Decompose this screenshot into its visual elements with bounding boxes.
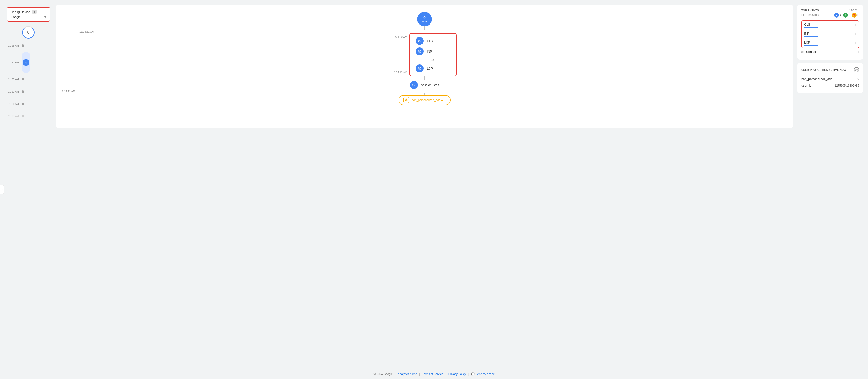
event-cls-bar: [804, 27, 818, 28]
event-duration: 8s: [432, 58, 435, 61]
timestamp-2: 11:24:20 AM: [393, 35, 407, 38]
prop-name-non-personalized: non_personalized_ads: [801, 77, 832, 81]
footer: © 2024 Google | Analytics home | Terms o…: [0, 369, 868, 379]
timestamp-1: 11:24:21 AM: [80, 30, 94, 33]
timeline-entry-1124: 11:24 AM 4: [5, 52, 52, 73]
prop-row-non-personalized: non_personalized_ads 0: [801, 76, 859, 82]
event-cls-left: CLS: [804, 23, 818, 28]
green-flag-icon: ⚑: [843, 13, 848, 18]
event-lcp-name: LCP: [804, 41, 818, 44]
feedback-icon: 💬: [471, 372, 475, 376]
non-personalized-ads-label: non_personalized_ads = ...: [412, 98, 446, 102]
history-icon[interactable]: [854, 67, 859, 72]
timeline-dot-1125: [22, 45, 24, 47]
event-inp-count: 1: [855, 32, 856, 36]
event-lcp-bar: [804, 45, 818, 46]
event-lcp-count: 1: [855, 41, 856, 45]
top-events-header: TOP EVENTS 4 TOTAL: [801, 9, 859, 12]
event-inp-bar: [804, 36, 818, 37]
top-events-icon-counts: ● 4 ⚑ 0 🎁 0: [834, 13, 859, 18]
orange-gift-icon: 🎁: [852, 13, 857, 18]
lcp-label: LCP: [427, 67, 433, 70]
event-row-inp[interactable]: INP 1: [802, 30, 859, 39]
cls-label: CLS: [427, 39, 433, 43]
timeline-time-1124: 11:24 AM: [5, 61, 22, 64]
event-inp-name: INP: [804, 32, 818, 35]
inp-icon: [415, 47, 424, 55]
debug-device-label: Debug Device: [11, 10, 30, 14]
session-start-left: session_start: [801, 50, 819, 54]
timeline-container: 0 11:25 AM 11:24 AM 4: [5, 26, 52, 122]
timeline-entries: 11:25 AM 11:24 AM 4 11:23 AM: [5, 39, 52, 122]
timeline-entry-1125: 11:25 AM: [5, 39, 52, 52]
blue-circle-icon: ●: [834, 13, 839, 18]
center-panel: 0 new 11:24:21 AM 11:24:20 AM 11:24:12 A…: [56, 5, 793, 128]
debug-device-value: Google: [11, 15, 21, 19]
timeline-entry-1120: 11:20 AM: [5, 110, 52, 122]
event-item-inp[interactable]: INP: [415, 47, 451, 55]
blue-count: 4: [840, 13, 841, 17]
analytics-home-link[interactable]: Analytics home: [398, 372, 417, 376]
svg-marker-4: [405, 99, 408, 101]
session-start-count: 1: [857, 50, 859, 54]
non-personalized-ads-box[interactable]: non_personalized_ads = ...: [399, 95, 451, 105]
svg-rect-5: [406, 99, 407, 100]
left-panel: Debug Device 1 Google ▾ 0 11:25 AM: [5, 5, 52, 122]
inp-label: INP: [427, 50, 432, 53]
user-props-header: USER PROPERTIES ACTIVE NOW: [801, 67, 859, 72]
privacy-policy-link[interactable]: Privacy Policy: [448, 372, 466, 376]
prop-value-non-personalized: 0: [857, 77, 859, 81]
last-30-mins-label: LAST 30 MINS: [801, 14, 818, 17]
top-events-title: TOP EVENTS: [801, 9, 819, 12]
session-start-item[interactable]: session_start: [410, 81, 439, 89]
timeline-dot-1121: [22, 103, 24, 105]
timeline-time-1121: 11:21 AM: [5, 103, 22, 105]
event-item-cls[interactable]: CLS: [415, 37, 451, 45]
timeline-dot-1123: [22, 78, 24, 81]
event-row-lcp[interactable]: LCP 1: [802, 39, 859, 48]
debug-device-box: Debug Device 1 Google ▾: [7, 7, 50, 22]
terms-of-service-link[interactable]: Terms of Service: [422, 372, 443, 376]
prop-value-user-id: 1275305...3802935: [835, 84, 859, 87]
prop-row-user-id: user_id 1275305...3802935: [801, 82, 859, 89]
timeline-time-1122: 11:22 AM: [5, 90, 22, 93]
session-start-icon: [410, 81, 418, 89]
right-panel: TOP EVENTS 4 TOTAL LAST 30 MINS ● 4 ⚑ 0 …: [797, 5, 863, 93]
event-row-cls[interactable]: CLS 1: [802, 21, 859, 30]
top-bubble-label: new: [423, 20, 427, 23]
timeline-time-1120: 11:20 AM: [5, 115, 22, 118]
event-row-session-start[interactable]: session_start 1: [801, 48, 859, 55]
footer-copyright: © 2024 Google: [373, 372, 393, 376]
send-feedback-link[interactable]: 💬 Send feedback: [471, 372, 494, 376]
event-cls-count: 1: [855, 23, 856, 27]
timeline-time-1123: 11:23 AM: [5, 78, 22, 81]
timeline-entry-1123: 11:23 AM: [5, 73, 52, 85]
event-item-lcp[interactable]: LCP: [415, 64, 451, 72]
cls-icon: [415, 37, 424, 45]
highlighted-events-list: CLS 1 INP 1 LCP: [801, 20, 859, 48]
event-group-box: CLS INP: [409, 33, 457, 76]
flow-connector-1: [424, 27, 425, 30]
orange-count: 0: [857, 13, 859, 17]
debug-device-badge: 1: [32, 10, 37, 14]
event-inp-left: INP: [804, 32, 818, 37]
session-start-label: session_start: [421, 83, 439, 87]
debug-device-select[interactable]: Google ▾: [11, 15, 46, 19]
blue-icon-count: ● 4: [834, 13, 841, 18]
green-icon-count: ⚑ 0: [843, 13, 850, 18]
green-count: 0: [848, 13, 850, 17]
session-start-name: session_start: [801, 50, 819, 54]
timeline-dot-1120: [22, 115, 24, 117]
non-personalized-icon: [403, 97, 409, 103]
timeline-entry-1121: 11:21 AM: [5, 98, 52, 110]
expand-sidebar-button[interactable]: ›: [0, 185, 4, 194]
flow-connector-3: [424, 93, 425, 95]
top-events-total: 4 TOTAL: [849, 9, 859, 12]
top-events-card: TOP EVENTS 4 TOTAL LAST 30 MINS ● 4 ⚑ 0 …: [797, 5, 863, 60]
event-flow: 0 new 11:24:21 AM 11:24:20 AM 11:24:12 A…: [61, 12, 788, 105]
timestamp-3: 11:24:12 AM: [393, 71, 407, 74]
timeline-dot-1122: [22, 90, 24, 93]
debug-device-header: Debug Device 1: [11, 10, 46, 14]
top-events-sub: LAST 30 MINS ● 4 ⚑ 0 🎁 0: [801, 13, 859, 18]
lcp-icon: [415, 64, 424, 72]
